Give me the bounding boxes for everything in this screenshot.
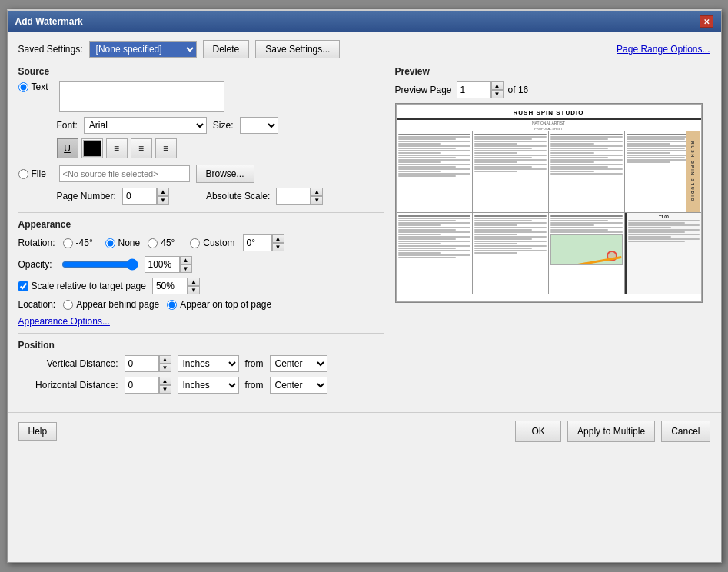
absolute-scale-label: Absolute Scale:	[206, 191, 270, 201]
scale-down[interactable]: ▼	[188, 286, 200, 294]
file-radio[interactable]	[18, 169, 28, 179]
scale-row: Scale relative to target page ▲ ▼	[18, 278, 384, 294]
delete-button[interactable]: Delete	[203, 40, 250, 58]
source-label: Source	[18, 66, 384, 77]
file-label: File	[32, 168, 46, 179]
page-number-up[interactable]: ▲	[157, 188, 169, 196]
behind-page-text: Appear behind page	[76, 299, 159, 310]
rotation-down[interactable]: ▼	[272, 243, 284, 251]
preview-page-input[interactable]	[457, 81, 491, 98]
scale-checkbox-label[interactable]: Scale relative to target page	[18, 281, 146, 291]
horizontal-distance-row: Horizontal Distance: ▲ ▼ Inches Centimet…	[18, 377, 384, 394]
opacity-down[interactable]: ▼	[180, 264, 192, 273]
rotation-none-radio[interactable]	[105, 238, 115, 248]
opacity-slider[interactable]	[61, 258, 138, 271]
vertical-from-label: from	[245, 358, 264, 369]
rotation-custom-radio[interactable]	[190, 238, 200, 248]
location-row: Location: Appear behind page Appear on t…	[18, 299, 384, 310]
color-swatch-button[interactable]	[81, 138, 103, 158]
source-section: Source Text Font: Arial	[18, 66, 384, 205]
size-dropdown[interactable]	[240, 117, 278, 134]
behind-page-label[interactable]: Appear behind page	[63, 299, 159, 310]
saved-settings-label: Saved Settings:	[18, 44, 83, 55]
vertical-distance-spinner: ▲ ▼	[125, 355, 171, 372]
preview-of-label: of 16	[508, 85, 529, 95]
on-top-radio[interactable]	[167, 300, 177, 310]
cancel-button[interactable]: Cancel	[661, 421, 710, 442]
size-label: Size:	[213, 120, 234, 131]
vertical-up[interactable]: ▲	[159, 355, 171, 364]
text-radio[interactable]	[18, 82, 28, 92]
save-settings-button[interactable]: Save Settings...	[255, 40, 340, 58]
absolute-scale-input[interactable]	[276, 188, 311, 205]
position-section: Position Vertical Distance: ▲ ▼ Inc	[18, 340, 384, 394]
doc-cell-4: RUSH SPIN STUDIO	[625, 131, 700, 212]
ok-button[interactable]: OK	[515, 421, 561, 442]
rotation-45-radio[interactable]	[148, 238, 158, 248]
vertical-unit-dropdown[interactable]: Inches Centimeters Millimeters	[178, 355, 239, 372]
browse-button[interactable]: Browse...	[196, 165, 254, 183]
doc-cell-1	[397, 131, 472, 212]
rotation-minus45-text: -45°	[76, 238, 93, 248]
footer: Help OK Apply to Multiple Cancel	[8, 412, 721, 450]
rotation-minus45-radio[interactable]	[63, 238, 73, 248]
rotation-label: Rotation:	[18, 238, 55, 248]
vertical-distance-label: Vertical Distance:	[18, 358, 118, 369]
text-radio-label[interactable]: Text	[18, 81, 53, 92]
opacity-up[interactable]: ▲	[180, 256, 192, 264]
horizontal-up[interactable]: ▲	[159, 377, 171, 385]
apply-to-multiple-button[interactable]: Apply to Multiple	[567, 421, 655, 442]
align-center-button[interactable]: ≡	[131, 138, 152, 158]
doc-header-text: RUSH SPIN STUDIO	[397, 105, 701, 120]
opacity-label: Opacity:	[18, 259, 52, 270]
doc-map	[550, 234, 623, 265]
rotation-row: Rotation: -45° None 45°	[18, 234, 384, 251]
absolute-scale-down[interactable]: ▼	[311, 196, 323, 205]
align-right-button[interactable]: ≡	[155, 138, 177, 158]
page-number-down[interactable]: ▼	[157, 196, 169, 205]
preview-image: RUSH SPIN STUDIO NATIONAL ARTIST PROPOSA…	[395, 103, 703, 303]
page-number-input[interactable]	[122, 188, 157, 205]
on-top-label[interactable]: Appear on top of page	[167, 299, 271, 310]
close-button[interactable]: ✕	[700, 15, 713, 28]
preview-document: RUSH SPIN STUDIO NATIONAL ARTIST PROPOSA…	[396, 104, 702, 302]
text-input[interactable]	[59, 81, 224, 112]
preview-page-down[interactable]: ▼	[491, 90, 504, 98]
font-dropdown[interactable]: Arial	[84, 117, 207, 134]
rotation-minus45-label[interactable]: -45°	[63, 238, 98, 248]
rotation-custom-input[interactable]	[243, 234, 272, 251]
absolute-scale-spin-buttons: ▲ ▼	[311, 188, 323, 205]
horizontal-from-dropdown[interactable]: Center Top Left Top Right Bottom Left Bo…	[270, 377, 327, 394]
page-range-options-link[interactable]: Page Range Options...	[617, 44, 710, 55]
absolute-scale-up[interactable]: ▲	[311, 188, 323, 196]
opacity-input[interactable]	[145, 256, 180, 273]
help-button[interactable]: Help	[18, 422, 58, 441]
rotation-none-label[interactable]: None	[105, 238, 141, 248]
format-row: U ≡ ≡ ≡	[57, 138, 384, 158]
opacity-spinner: ▲ ▼	[145, 256, 192, 273]
scale-up[interactable]: ▲	[188, 278, 200, 286]
horizontal-down[interactable]: ▼	[159, 385, 171, 394]
rotation-custom-text: Custom	[203, 238, 234, 248]
horizontal-unit-dropdown[interactable]: Inches Centimeters Millimeters	[178, 377, 239, 394]
horizontal-distance-input[interactable]	[125, 377, 159, 394]
underline-button[interactable]: U	[57, 138, 78, 158]
saved-settings-dropdown[interactable]: [None specified]	[89, 41, 197, 58]
vertical-from-dropdown[interactable]: Center Top Left Top Right Bottom Left Bo…	[270, 355, 327, 372]
preview-page-up[interactable]: ▲	[491, 81, 504, 90]
align-left-button[interactable]: ≡	[106, 138, 128, 158]
appearance-options-link[interactable]: Appearance Options...	[18, 316, 110, 327]
saved-settings-row: Saved Settings: [None specified] Delete …	[18, 40, 341, 58]
vertical-down[interactable]: ▼	[159, 364, 171, 372]
scale-checkbox[interactable]	[18, 281, 28, 291]
vertical-distance-input[interactable]	[125, 355, 159, 372]
rotation-custom-label[interactable]: Custom	[190, 238, 234, 248]
rotation-45-label[interactable]: 45°	[148, 238, 182, 248]
rotation-up[interactable]: ▲	[272, 234, 284, 243]
behind-page-radio[interactable]	[63, 300, 73, 310]
doc-cell-8: T1.00	[625, 213, 700, 294]
scale-input[interactable]	[152, 278, 188, 294]
location-label: Location:	[18, 299, 56, 310]
file-radio-label[interactable]: File	[18, 168, 53, 179]
file-path-input[interactable]	[59, 165, 190, 182]
